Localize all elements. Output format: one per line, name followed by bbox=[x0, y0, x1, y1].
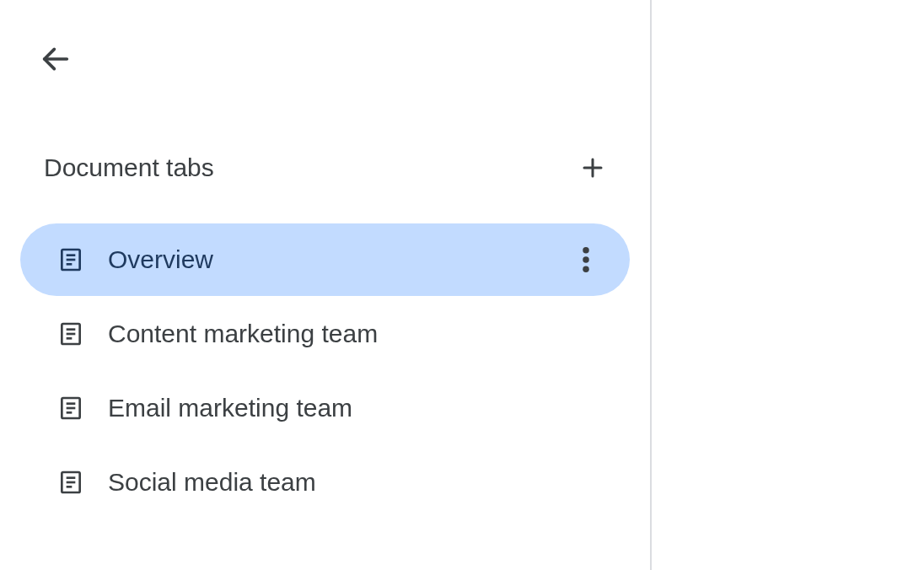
tab-label: Content marketing team bbox=[108, 320, 604, 348]
section-title: Document tabs bbox=[44, 153, 214, 182]
add-tab-button[interactable] bbox=[572, 148, 613, 188]
document-icon bbox=[57, 395, 84, 422]
content-area bbox=[652, 0, 924, 570]
svg-point-6 bbox=[583, 266, 589, 273]
tab-label: Overview bbox=[108, 245, 567, 274]
tab-item-social-media[interactable]: Social media team bbox=[20, 446, 630, 519]
more-vert-icon bbox=[583, 247, 589, 272]
document-icon bbox=[57, 469, 84, 496]
svg-point-5 bbox=[583, 256, 589, 263]
back-button[interactable] bbox=[35, 38, 77, 80]
tab-more-button[interactable] bbox=[567, 241, 604, 278]
tab-item-overview[interactable]: Overview bbox=[20, 223, 630, 296]
document-icon bbox=[57, 246, 84, 273]
svg-point-4 bbox=[583, 247, 589, 254]
tabs-list: Overview Content marketing team bbox=[20, 223, 630, 519]
arrow-left-icon bbox=[39, 42, 73, 76]
plus-icon bbox=[580, 155, 605, 180]
section-header: Document tabs bbox=[32, 148, 618, 188]
tab-item-email-marketing[interactable]: Email marketing team bbox=[20, 372, 630, 444]
document-tabs-sidebar: Document tabs Overview bbox=[0, 0, 652, 570]
document-icon bbox=[57, 320, 84, 347]
tab-label: Social media team bbox=[108, 468, 604, 497]
tab-label: Email marketing team bbox=[108, 394, 604, 422]
tab-item-content-marketing[interactable]: Content marketing team bbox=[20, 298, 630, 370]
